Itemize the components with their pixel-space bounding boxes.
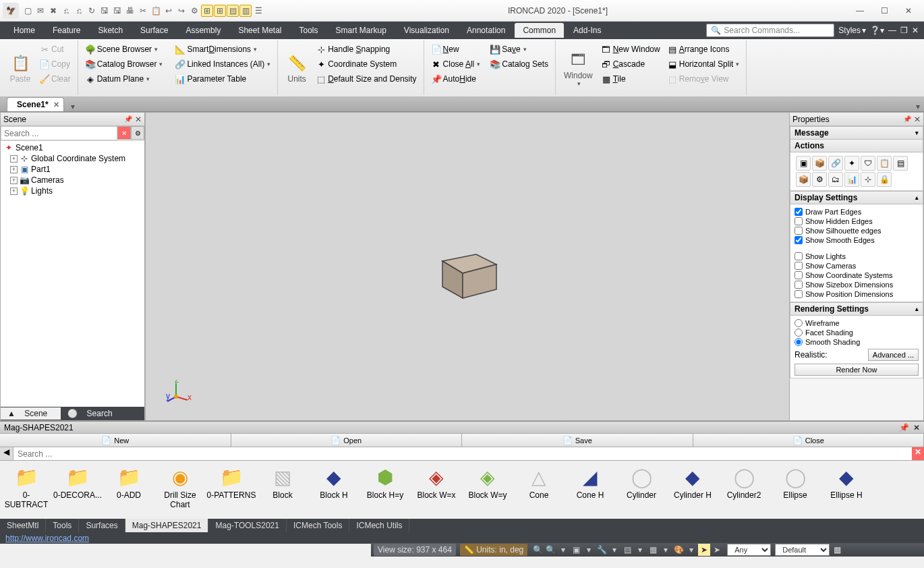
dd-icon[interactable]: ▾ xyxy=(557,544,569,556)
dd-icon[interactable]: ▾ xyxy=(685,544,697,556)
qat-button[interactable]: 🖫 xyxy=(111,5,123,17)
bottom-tab[interactable]: Mag-TOOLS2021 xyxy=(208,519,287,532)
pin-icon[interactable]: 📌 xyxy=(124,115,132,123)
qat-button[interactable]: ▤ xyxy=(227,5,239,17)
panel-close-icon[interactable]: ✕ xyxy=(135,115,142,124)
action-icon[interactable]: 🛡 xyxy=(861,156,875,171)
zoom-in-icon[interactable]: 🔍 xyxy=(531,544,544,556)
minimize-button[interactable]: — xyxy=(851,6,869,16)
tool-icon[interactable]: 🔧 xyxy=(596,544,608,556)
cursor2-icon[interactable]: ➤ xyxy=(711,544,723,556)
qat-button[interactable]: 🖶 xyxy=(124,5,136,17)
bottom-tab[interactable]: ICMech Tools xyxy=(287,519,349,532)
catalog-item[interactable]: 📁0-ADD xyxy=(104,463,154,516)
chk-show-sizebox-dimensions[interactable]: Show Sizebox Dimensions xyxy=(795,281,919,289)
catalog-item[interactable]: 📁0-DECORA... xyxy=(53,463,103,516)
window-button[interactable]: 🗔Window▾ xyxy=(560,42,597,94)
tile-btn[interactable]: ▦Tile xyxy=(598,72,663,86)
pin-icon[interactable]: 📌 xyxy=(899,423,909,432)
handle-snapping-btn[interactable]: ⊹Handle Snapping xyxy=(313,42,419,57)
dd-icon[interactable]: ▾ xyxy=(634,544,646,556)
mdi-restore[interactable]: ❐ xyxy=(900,26,908,35)
search-opts-icon[interactable]: ⚙ xyxy=(131,126,144,140)
catalog-item[interactable]: ◆Block H xyxy=(309,463,359,516)
menu-surface[interactable]: Surface xyxy=(132,23,176,38)
catalog-item[interactable]: ◈Block W=y xyxy=(463,463,513,516)
bottom-tab[interactable]: ICMech Utils xyxy=(349,519,409,532)
menu-smart-markup[interactable]: Smart Markup xyxy=(328,23,395,38)
actions-section[interactable]: Actions xyxy=(790,140,923,152)
catalog-op-new[interactable]: 📄New xyxy=(0,434,231,447)
scenefoot-scene[interactable]: ▲ Scene xyxy=(1,407,61,420)
bottom-tab[interactable]: Mag-SHAPES2021 xyxy=(125,519,209,532)
styles-dropdown[interactable]: Styles ▾ xyxy=(838,26,866,35)
menu-feature[interactable]: Feature xyxy=(45,23,88,38)
menu-annotation[interactable]: Annotation xyxy=(459,23,513,38)
catalog-search-input[interactable] xyxy=(13,447,912,460)
new-catalog-btn[interactable]: 📄New xyxy=(428,42,484,57)
catalog-op-save[interactable]: 📄Save xyxy=(462,434,693,447)
catalog-item[interactable]: ◯Cylinder2 xyxy=(719,463,769,516)
catalog-item[interactable]: ▧Block xyxy=(258,463,308,516)
catalog-browser-btn[interactable]: 📚Catalog Browser▾ xyxy=(82,57,166,72)
display-settings-section[interactable]: Display Settings▴ xyxy=(790,191,923,204)
cursor-icon[interactable]: ➤ xyxy=(698,544,710,556)
catalog-item[interactable]: △Cone xyxy=(514,463,564,516)
tree-root[interactable]: ✦Scene1 xyxy=(2,142,143,153)
grid-icon[interactable]: ▦ xyxy=(834,545,841,555)
action-icon[interactable]: 📋 xyxy=(877,156,892,171)
mdi-close[interactable]: ✕ xyxy=(912,26,919,35)
tab-close-icon[interactable]: ✕ xyxy=(53,101,59,109)
action-icon[interactable]: ▣ xyxy=(796,156,811,171)
datum-plane-btn[interactable]: ◈Datum Plane▾ xyxy=(82,72,166,86)
chk-show-position-dimensions[interactable]: Show Position Dimensions xyxy=(795,290,919,298)
catalog-item[interactable]: ◈Block W=x xyxy=(411,463,461,516)
qat-button[interactable]: ▥ xyxy=(239,5,252,17)
command-search[interactable]: 🔍 Search Commands... xyxy=(706,24,834,37)
qat-button[interactable]: ⎌ xyxy=(73,5,85,17)
bottom-tab[interactable]: Surfaces xyxy=(79,519,125,532)
clear-search-icon[interactable]: ✕ xyxy=(117,126,131,140)
paste-button[interactable]: 📋Paste xyxy=(5,42,35,94)
chk-show-silhouette-edges[interactable]: Show Silhouette edges xyxy=(795,227,919,235)
dd-icon[interactable]: ▾ xyxy=(608,544,620,556)
catalog-item[interactable]: ◯Ellipse xyxy=(770,463,820,516)
action-icon[interactable]: ▤ xyxy=(893,156,908,171)
block-model[interactable] xyxy=(429,241,510,302)
dd-icon[interactable]: ▾ xyxy=(660,544,672,556)
scene-search-input[interactable] xyxy=(1,126,117,140)
tree-node[interactable]: +📷Cameras xyxy=(2,175,143,186)
arrange-icons-btn[interactable]: ▤Arrange Icons xyxy=(664,42,743,57)
horizontal-split-btn[interactable]: ⬓Horizontal Split▾ xyxy=(664,57,743,72)
catalog-item[interactable]: 📁0-PATTERNS xyxy=(206,463,256,516)
qat-button[interactable]: ⚙ xyxy=(188,5,200,17)
action-icon[interactable]: ✦ xyxy=(844,156,859,171)
catalog-item[interactable]: ◆Cylinder H xyxy=(668,463,718,516)
menu-sketch[interactable]: Sketch xyxy=(90,23,131,38)
qat-button[interactable]: ↻ xyxy=(86,5,98,17)
menu-tools[interactable]: Tools xyxy=(291,23,326,38)
dd-icon[interactable]: ▾ xyxy=(583,544,595,556)
qat-button[interactable]: ⊞ xyxy=(201,5,213,17)
catalog-item[interactable]: 📁0-SUBTRACT xyxy=(1,463,51,516)
app-icon[interactable]: 🦅 xyxy=(3,3,19,19)
chk-show-cameras[interactable]: Show Cameras xyxy=(795,262,919,270)
new-doc-tab[interactable]: ▾ xyxy=(67,102,79,111)
pin-icon[interactable]: 📌 xyxy=(903,115,911,123)
catalog-item[interactable]: ⬢Block H=y xyxy=(360,463,410,516)
doc-tab[interactable]: Scene1*✕ xyxy=(7,97,64,111)
panel-close-icon[interactable]: ✕ xyxy=(914,115,921,124)
catalog-item[interactable]: ◉Drill Size Chart xyxy=(155,463,205,516)
chk-show-hidden-edges[interactable]: Show Hidden Edges xyxy=(795,217,919,225)
catalog-op-close[interactable]: 📄Close xyxy=(693,434,925,447)
clear-button[interactable]: 🧹Clear xyxy=(36,72,74,86)
scenefoot-search[interactable]: ⚪ Search xyxy=(61,407,125,420)
autohide-btn[interactable]: 📌AutoHide xyxy=(428,72,484,86)
menu-home[interactable]: Home xyxy=(5,23,43,38)
catalog-item[interactable]: ◆Ellipse H xyxy=(821,463,871,516)
layer-icon[interactable]: ▤ xyxy=(621,544,633,556)
action-icon[interactable]: 🔒 xyxy=(877,172,892,187)
mdi-minimize[interactable]: — xyxy=(888,26,896,35)
filter-dropdown[interactable]: Any xyxy=(727,544,771,556)
menu-visualization[interactable]: Visualization xyxy=(396,23,457,38)
